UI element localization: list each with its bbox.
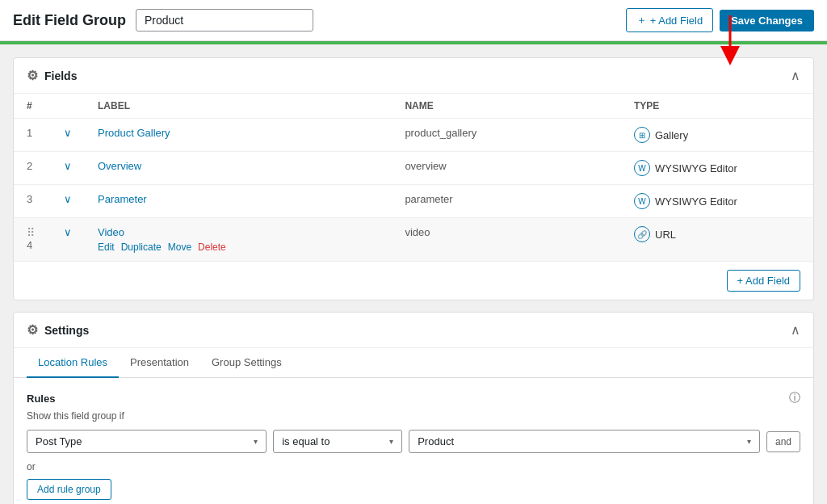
settings-gear-icon: ⚙ [27,322,38,338]
add-field-button-top[interactable]: ＋ + Add Field [626,8,713,32]
table-row: 3 ∨ Parameter parameter W WYSIWYG Editor [14,185,813,218]
type-wysiwyg-icon: W [634,160,650,176]
chevron-down-icon: ▾ [747,437,751,446]
tab-group-settings[interactable]: Group Settings [200,348,293,378]
add-field-row: + Add Field [14,261,813,300]
row-type: W WYSIWYG Editor [621,185,813,218]
main-content: ⚙ Fields ∧ # Label Name Type [0,44,827,504]
col-header-label: Label [85,94,392,119]
header-right: ＋ + Add Field Save Changes [626,8,814,32]
rules-label: Rules [27,393,55,405]
row-name: overview [392,152,621,185]
help-icon[interactable]: ⓘ [789,391,800,405]
rules-header: Rules ⓘ [27,391,800,405]
fields-gear-icon: ⚙ [27,68,38,83]
row-num: ⠿ 4 [14,218,51,262]
and-button[interactable]: and [766,431,800,452]
duplicate-action[interactable]: Duplicate [121,242,162,253]
rule-operator-select[interactable]: is equal to ▾ [273,430,402,453]
settings-section: ⚙ Settings ∧ Location Rules Presentation… [13,312,814,504]
tab-presentation[interactable]: Presentation [119,348,200,378]
header-left: Edit Field Group [13,9,313,32]
row-name: parameter [392,185,621,218]
row-chevron[interactable]: ∨ [51,185,85,218]
row-num: 3 [14,185,51,218]
fields-table: # Label Name Type 1 ∨ Product Gallery [14,94,813,261]
save-changes-button[interactable]: Save Changes [720,10,814,32]
fields-collapse-icon[interactable]: ∧ [791,68,800,83]
col-header-num: # [14,94,51,119]
page-title: Edit Field Group [13,12,126,29]
add-rule-group-button[interactable]: Add rule group [27,479,111,500]
type-gallery-icon: ⊞ [634,127,650,143]
fields-section: ⚙ Fields ∧ # Label Name Type [13,57,814,300]
settings-section-header: ⚙ Settings ∧ [14,313,813,348]
field-actions: Edit Duplicate Move Delete [98,242,379,253]
row-type: 🔗 URL [621,218,813,262]
rule-condition-select[interactable]: Post Type ▾ [27,430,267,453]
rule-value-select[interactable]: Product ▾ [409,430,760,453]
settings-body: Rules ⓘ Show this field group if Post Ty… [14,378,813,504]
row-label: Overview [85,152,392,185]
row-label: Video Edit Duplicate Move Delete [85,218,392,262]
drag-handle-icon[interactable]: ⠿ [27,226,35,239]
field-link[interactable]: Video [98,226,124,238]
table-row: 2 ∨ Overview overview W WYSIWYG Editor [14,152,813,185]
rule-row: Post Type ▾ is equal to ▾ Product ▾ and [27,430,800,453]
row-num: 1 [14,119,51,152]
settings-section-title: ⚙ Settings [27,322,89,338]
move-action[interactable]: Move [168,242,191,253]
fields-table-header-row: # Label Name Type [14,94,813,119]
fields-section-title: ⚙ Fields [27,68,77,83]
col-header-name: Name [392,94,621,119]
plus-icon: ＋ [636,13,647,27]
row-name: product_gallery [392,119,621,152]
chevron-down-icon: ▾ [254,437,258,446]
add-field-button-bottom[interactable]: + Add Field [727,270,800,292]
field-link[interactable]: Product Gallery [98,127,170,139]
delete-action[interactable]: Delete [198,242,226,253]
fields-section-header: ⚙ Fields ∧ [14,58,813,94]
tab-location-rules[interactable]: Location Rules [27,348,119,378]
chevron-down-icon: ▾ [389,437,393,446]
col-header-chevron [51,94,85,119]
field-link[interactable]: Parameter [98,193,147,205]
settings-collapse-icon[interactable]: ∧ [791,322,800,338]
row-name: video [392,218,621,262]
show-if-text: Show this field group if [27,410,800,422]
row-type: ⊞ Gallery [621,119,813,152]
or-text: or [27,461,800,472]
row-num: 2 [14,152,51,185]
field-link[interactable]: Overview [98,160,141,172]
row-type: W WYSIWYG Editor [621,152,813,185]
header-bar: Edit Field Group ＋ + Add Field Save Chan… [0,0,827,41]
table-row: 1 ∨ Product Gallery product_gallery ⊞ Ga… [14,119,813,152]
tabs-bar: Location Rules Presentation Group Settin… [14,348,813,378]
row-chevron[interactable]: ∨ [51,152,85,185]
row-chevron[interactable]: ∨ [51,218,85,262]
table-row: ⠿ 4 ∨ Video Edit Duplicate Move Delete [14,218,813,262]
row-label: Product Gallery [85,119,392,152]
row-label: Parameter [85,185,392,218]
row-chevron[interactable]: ∨ [51,119,85,152]
type-url-icon: 🔗 [634,226,650,242]
field-group-title-input[interactable] [136,9,313,32]
type-wysiwyg-icon: W [634,193,650,209]
col-header-type: Type [621,94,813,119]
edit-action[interactable]: Edit [98,242,115,253]
